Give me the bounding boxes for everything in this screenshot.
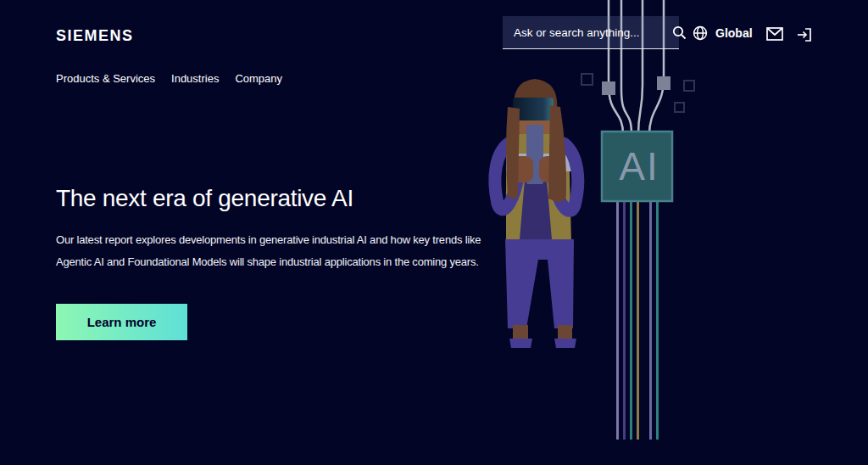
- region-label: Global: [715, 26, 753, 40]
- nav-item-products-services[interactable]: Products & Services: [56, 72, 155, 85]
- main-nav: Products & Services Industries Company: [56, 72, 282, 85]
- search-input[interactable]: [503, 26, 669, 39]
- ai-chip-icon: AI: [602, 132, 672, 201]
- hero-description-line1: Our latest report explores developments …: [56, 229, 481, 251]
- colored-cables-icon: [618, 195, 658, 440]
- search-bar[interactable]: [503, 16, 679, 49]
- siemens-logo[interactable]: SIEMENS: [56, 27, 134, 45]
- page-title: The next era of generative AI: [56, 183, 353, 214]
- siemens-homepage: AI SIEMENS: [0, 0, 868, 465]
- globe-icon: [693, 25, 708, 41]
- hero-description: Our latest report explores developments …: [56, 229, 481, 273]
- floating-squares-icon: [581, 74, 694, 112]
- nav-item-industries[interactable]: Industries: [171, 72, 219, 85]
- mail-icon[interactable]: [766, 27, 783, 41]
- chip-label: AI: [619, 144, 659, 188]
- wire-node-squares-icon: [602, 76, 670, 95]
- learn-more-button[interactable]: Learn more: [56, 304, 187, 340]
- region-selector[interactable]: Global: [693, 25, 753, 41]
- ai-worker-illustration: AI: [466, 0, 729, 465]
- login-icon[interactable]: [797, 27, 812, 42]
- hero-description-line2: Agentic AI and Foundational Models will …: [56, 251, 481, 273]
- vr-worker-icon: [495, 79, 578, 348]
- nav-item-company[interactable]: Company: [235, 72, 282, 85]
